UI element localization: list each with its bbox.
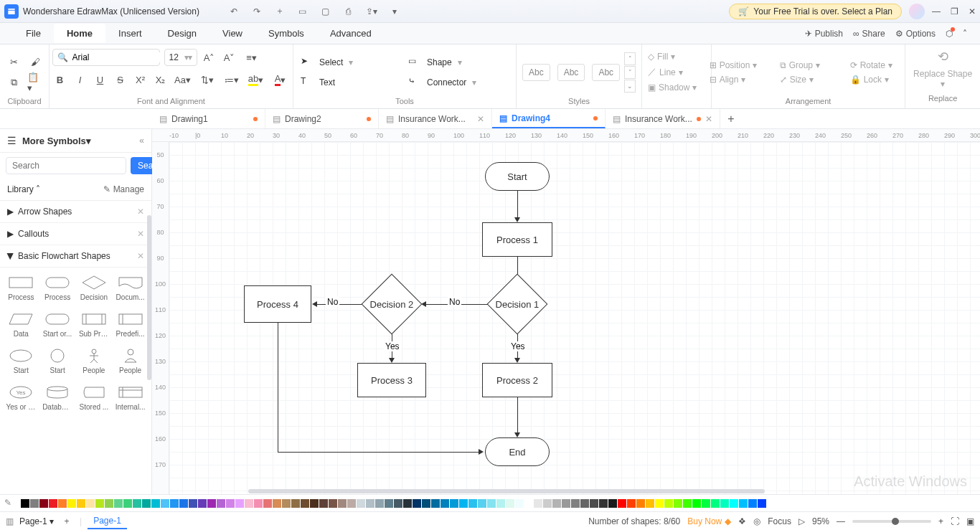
color-swatch[interactable] bbox=[534, 499, 542, 508]
shape-item[interactable]: Docum... bbox=[115, 275, 146, 301]
export-icon[interactable]: ⇪▾ bbox=[366, 6, 377, 17]
color-swatch[interactable] bbox=[21, 499, 29, 508]
color-swatch[interactable] bbox=[478, 499, 486, 508]
font-family-select[interactable]: 🔍 ▾ bbox=[52, 49, 160, 66]
edge[interactable] bbox=[278, 323, 278, 452]
align-button[interactable]: ⊟Align▾ bbox=[710, 75, 767, 85]
color-swatch[interactable] bbox=[310, 499, 319, 508]
color-swatch[interactable] bbox=[422, 499, 430, 508]
paste-icon[interactable]: 📋▾ bbox=[27, 75, 43, 90]
decrease-font-icon[interactable]: A˅ bbox=[222, 49, 237, 65]
color-swatch[interactable] bbox=[30, 499, 39, 508]
color-swatch[interactable] bbox=[49, 499, 57, 508]
menu-home[interactable]: Home bbox=[54, 24, 105, 43]
color-swatch[interactable] bbox=[366, 499, 374, 508]
shape-item[interactable]: Database bbox=[42, 384, 73, 411]
color-swatch[interactable] bbox=[67, 499, 76, 508]
color-swatch[interactable] bbox=[608, 499, 617, 508]
color-swatch[interactable] bbox=[105, 499, 113, 508]
color-swatch[interactable] bbox=[347, 499, 356, 508]
color-swatch[interactable] bbox=[142, 499, 151, 508]
node-start[interactable]: Start bbox=[485, 162, 550, 191]
notifications-icon[interactable]: ⬡ bbox=[946, 29, 953, 39]
color-swatch[interactable] bbox=[189, 499, 197, 508]
color-swatch[interactable] bbox=[496, 499, 505, 508]
more-qat-icon[interactable]: ▾ bbox=[389, 6, 400, 17]
doc-tab[interactable]: ▤Drawing1 bbox=[152, 109, 265, 128]
doc-tab[interactable]: ▤Insurance Work...✕ bbox=[606, 109, 720, 128]
collapse-sidebar-icon[interactable]: « bbox=[139, 136, 144, 146]
shape-item[interactable]: People bbox=[79, 348, 110, 374]
superscript-icon[interactable]: X² bbox=[133, 72, 149, 87]
color-swatch[interactable] bbox=[711, 499, 720, 508]
maximize-button[interactable]: ❐ bbox=[951, 6, 958, 16]
color-swatch[interactable] bbox=[375, 499, 384, 508]
page-tab[interactable]: Page-1 bbox=[88, 514, 127, 529]
styles-up-icon[interactable]: ˄ bbox=[624, 52, 636, 65]
new-icon[interactable]: ＋ bbox=[274, 6, 286, 17]
focus-target-icon[interactable]: ◎ bbox=[753, 516, 760, 526]
color-swatch[interactable] bbox=[543, 499, 552, 508]
share-button[interactable]: ∞Share bbox=[853, 29, 885, 39]
style-swatch[interactable]: Abc bbox=[522, 64, 550, 81]
doc-tab[interactable]: ▤Insurance Work...✕ bbox=[379, 109, 492, 128]
shape-item[interactable]: Sub Pro... bbox=[79, 311, 110, 338]
close-section-icon[interactable]: ✕ bbox=[137, 251, 144, 261]
color-swatch[interactable] bbox=[394, 499, 402, 508]
color-swatch[interactable] bbox=[338, 499, 347, 508]
focus-label[interactable]: Focus bbox=[768, 516, 791, 526]
edge[interactable] bbox=[278, 452, 481, 453]
menu-view[interactable]: View bbox=[209, 24, 255, 43]
color-swatch[interactable] bbox=[95, 499, 104, 508]
color-swatch[interactable] bbox=[39, 499, 48, 508]
shape-item[interactable]: Decision bbox=[79, 275, 110, 301]
undo-icon[interactable]: ↶ bbox=[228, 6, 240, 17]
color-swatch[interactable] bbox=[77, 499, 85, 508]
color-swatch[interactable] bbox=[674, 499, 682, 508]
color-swatch[interactable] bbox=[655, 499, 664, 508]
group-button[interactable]: ⧉Group▾ bbox=[780, 60, 837, 70]
color-swatch[interactable] bbox=[282, 499, 291, 508]
canvas[interactable]: Start Process 1 Decision 1 No Decision 2… bbox=[169, 142, 980, 494]
replace-shape-icon[interactable]: ⟲ bbox=[938, 49, 948, 65]
color-swatch[interactable] bbox=[431, 499, 440, 508]
publish-button[interactable]: ✈Publish bbox=[805, 29, 843, 39]
save-icon[interactable]: ▢ bbox=[320, 6, 331, 17]
color-swatch[interactable] bbox=[552, 499, 561, 508]
size-button[interactable]: ⤢Size▾ bbox=[780, 75, 837, 85]
color-swatch[interactable] bbox=[459, 499, 468, 508]
page-select[interactable]: Page-1 ▾ bbox=[19, 516, 54, 526]
cut-icon[interactable]: ✂ bbox=[6, 55, 22, 70]
color-swatch[interactable] bbox=[618, 499, 626, 508]
options-button[interactable]: ⚙Options bbox=[895, 29, 936, 39]
case-icon[interactable]: Aa▾ bbox=[173, 72, 193, 87]
color-swatch[interactable] bbox=[664, 499, 673, 508]
shape-item[interactable]: Process bbox=[42, 275, 73, 301]
text-tool[interactable]: TText bbox=[301, 76, 401, 89]
line-button[interactable]: ／Line▾ bbox=[648, 66, 705, 78]
shape-item[interactable]: YesYes or No bbox=[6, 384, 37, 411]
section-basic-flowchart[interactable]: ▶Basic Flowchart Shapes✕ bbox=[0, 245, 151, 268]
library-label[interactable]: Library ˄ bbox=[7, 184, 40, 194]
shape-item[interactable]: Internal... bbox=[115, 384, 146, 411]
node-decision2[interactable]: Decision 2 bbox=[362, 274, 423, 335]
highlight-icon[interactable]: ab▾ bbox=[246, 72, 266, 87]
italic-icon[interactable]: I bbox=[72, 72, 88, 87]
node-process2[interactable]: Process 2 bbox=[482, 363, 552, 397]
node-process3[interactable]: Process 3 bbox=[357, 363, 426, 397]
color-swatch[interactable] bbox=[170, 499, 179, 508]
trial-banner[interactable]: 🛒 Your Free Trial is over. Select a Plan bbox=[729, 4, 902, 19]
menu-symbols[interactable]: Symbols bbox=[255, 24, 317, 43]
menu-design[interactable]: Design bbox=[155, 24, 209, 43]
replace-shape-label[interactable]: Replace Shape ▾ bbox=[913, 69, 973, 90]
color-swatch[interactable] bbox=[86, 499, 95, 508]
shape-tool[interactable]: ▭Shape▾ bbox=[408, 56, 509, 69]
zoom-out-button[interactable]: — bbox=[837, 516, 845, 526]
line-spacing-icon[interactable]: ⇅▾ bbox=[197, 72, 217, 87]
color-swatch[interactable] bbox=[739, 499, 748, 508]
color-swatch[interactable] bbox=[468, 499, 477, 508]
search-input[interactable] bbox=[6, 157, 126, 174]
color-swatch[interactable] bbox=[235, 499, 244, 508]
color-swatch[interactable] bbox=[319, 499, 328, 508]
select-tool[interactable]: ➤Select▾ bbox=[301, 56, 401, 69]
